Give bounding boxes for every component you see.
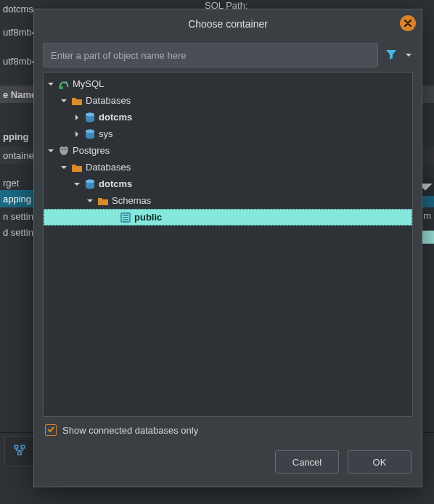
show-connected-checkbox[interactable] (45, 424, 57, 436)
svg-point-10 (65, 149, 66, 150)
funnel-icon (385, 49, 397, 62)
svg-point-8 (86, 129, 94, 133)
ok-button[interactable]: OK (348, 450, 412, 474)
search-input[interactable] (43, 43, 378, 67)
dialog-buttons: Cancel OK (34, 439, 422, 487)
checkbox-label: Show connected databases only (62, 425, 198, 436)
expander[interactable] (60, 96, 68, 105)
expander[interactable] (46, 146, 55, 155)
filter-button[interactable] (382, 46, 400, 64)
diagram-icon (13, 444, 26, 459)
tree-label: sys (99, 128, 113, 139)
check-icon (46, 425, 55, 436)
folder-icon (71, 95, 83, 107)
cancel-button[interactable]: Cancel (275, 450, 339, 474)
choose-container-dialog: Choose container MySQL (33, 9, 422, 487)
expander[interactable] (86, 197, 94, 205)
dialog-title: Choose container (188, 18, 268, 30)
column-label: m (423, 210, 431, 221)
tree-node-public[interactable]: public (44, 209, 412, 226)
postgres-icon (58, 145, 70, 157)
svg-point-6 (86, 112, 94, 116)
schema-icon (120, 212, 131, 223)
chevron-down-icon (405, 50, 412, 61)
database-icon (84, 112, 96, 123)
tree-node-databases[interactable]: Databases (44, 92, 412, 109)
mysql-icon (58, 78, 70, 90)
svg-point-12 (86, 179, 94, 183)
svg-rect-0 (15, 445, 18, 448)
folder-icon (97, 195, 109, 207)
svg-point-9 (62, 149, 63, 150)
tree-label: Schemas (112, 195, 151, 206)
toolbar-button[interactable] (4, 436, 35, 466)
expander[interactable] (60, 163, 68, 172)
checkbox-row: Show connected databases only (34, 417, 422, 439)
tree-label: dotcms (99, 112, 132, 123)
close-icon (404, 18, 412, 29)
svg-rect-4 (59, 86, 63, 89)
tree-label: dotcms (99, 178, 132, 189)
database-icon (84, 128, 96, 140)
search-row (34, 38, 422, 72)
tree-node-mysql[interactable]: MySQL (44, 75, 412, 92)
tree-node-dotcms[interactable]: dotcms (44, 175, 412, 192)
expander[interactable] (73, 180, 81, 189)
tree-node-postgres[interactable]: Postgres (44, 142, 412, 159)
database-icon (84, 178, 96, 190)
tree-label: MySQL (73, 78, 104, 89)
tree-node-schemas[interactable]: Schemas (44, 192, 412, 209)
svg-rect-1 (21, 445, 25, 448)
dialog-titlebar: Choose container (34, 9, 422, 38)
expander[interactable] (73, 113, 81, 122)
tree-label: public (134, 212, 162, 223)
expander[interactable] (46, 80, 55, 88)
tree-node-sys[interactable]: sys (44, 125, 412, 142)
svg-rect-2 (18, 452, 22, 455)
tree-node-databases[interactable]: Databases (44, 159, 412, 175)
tree-label: Databases (86, 162, 131, 173)
expander[interactable] (73, 130, 81, 139)
folder-icon (71, 162, 83, 173)
tree-label: Databases (86, 95, 131, 106)
svg-point-3 (65, 81, 67, 83)
tree-node-dotcms[interactable]: dotcms (44, 109, 412, 125)
filter-dropdown[interactable] (404, 46, 413, 64)
close-button[interactable] (400, 15, 416, 31)
tree-label: Postgres (73, 145, 110, 156)
tree-pane[interactable]: MySQL Databases dotcms sys (43, 72, 413, 417)
